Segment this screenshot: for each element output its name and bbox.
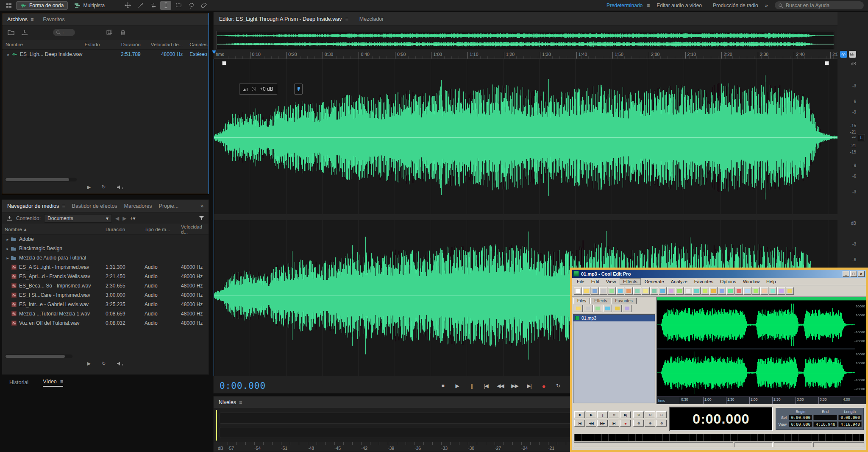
file-play-mini-icon[interactable] [603, 305, 612, 312]
preview-loop-icon[interactable]: ↻ [102, 361, 106, 366]
time-selection-tool[interactable] [160, 1, 171, 10]
ce-record-button[interactable]: ● [620, 420, 631, 427]
col-duracion[interactable]: Duración [108, 42, 147, 47]
toolbar-icon[interactable] [667, 287, 675, 295]
skip-to-start-button[interactable]: |◀ [481, 381, 491, 391]
cut-icon[interactable] [599, 287, 607, 295]
paste-icon[interactable] [616, 287, 624, 295]
file-sort-mini-icon[interactable] [613, 305, 622, 312]
menu-view[interactable]: View [603, 279, 619, 285]
skip-to-end-button[interactable]: ▶| [524, 381, 534, 391]
col-nombre[interactable]: Nombre [2, 42, 85, 47]
view-end-field[interactable]: 4:16.940 [813, 421, 837, 427]
close-button[interactable]: × [858, 271, 865, 277]
toolbar-icon[interactable] [743, 287, 751, 295]
ce-stop-button[interactable]: ■ [574, 411, 585, 418]
tabs-overflow-icon[interactable]: » [200, 203, 203, 209]
ce-play-looped-button[interactable]: ∞ [609, 411, 619, 418]
tab-archivos[interactable]: Archivos ≡ [7, 17, 33, 22]
stop-button[interactable]: ■ [437, 381, 448, 391]
paintbrush-selection-tool[interactable] [198, 1, 209, 10]
menu-options[interactable]: Options [717, 279, 739, 285]
filter-funnel-icon[interactable] [199, 216, 204, 221]
menu-favorites[interactable]: Favorites [691, 279, 716, 285]
toolbar-icon[interactable] [718, 287, 726, 295]
help-search-input[interactable] [786, 3, 854, 8]
ce-zoom-left-button[interactable]: ⊕ [645, 420, 655, 427]
tab-favorites[interactable]: Favorites [612, 298, 637, 304]
cooledit-level-meter[interactable] [574, 434, 864, 441]
tab-niveles[interactable]: Niveles ≡ [219, 399, 242, 405]
toolbar-icon[interactable] [693, 287, 701, 295]
tab-marcadores[interactable]: Marcadores [124, 203, 152, 209]
editor-time-display[interactable]: 0:00.000 [220, 381, 266, 391]
col-nombre[interactable]: Nombre ▲ [2, 227, 106, 232]
toolbar-icon[interactable] [633, 287, 641, 295]
toolbar-icon[interactable] [752, 287, 760, 295]
add-shortcut-icon[interactable]: +▾ [130, 215, 136, 221]
preview-play-icon[interactable]: ▶ [87, 184, 91, 190]
folder-row[interactable]: ▸ Adobe [2, 234, 209, 244]
tab-favoritos[interactable]: Favoritos [43, 17, 64, 22]
toolbar-icon[interactable] [676, 287, 684, 295]
playhead-line[interactable] [214, 59, 214, 376]
panel-menu-icon[interactable]: ≡ [239, 399, 242, 405]
marquee-selection-tool[interactable] [173, 1, 184, 10]
toolbar-icon[interactable] [642, 287, 650, 295]
file-close-mini-icon[interactable] [584, 305, 593, 312]
cooledit-file-list[interactable]: 01.mp3 [573, 314, 655, 403]
record-button[interactable]: ● [538, 381, 549, 391]
spectral-display-toggle-icon[interactable] [849, 51, 856, 58]
maximize-button[interactable]: □ [850, 271, 857, 277]
tab-editor[interactable]: Editor: ES_Light Through A Prism - Deep … [219, 16, 348, 22]
trash-icon[interactable] [118, 29, 128, 36]
hud-gain-value[interactable]: +0 dB [260, 86, 273, 92]
sel-end-field[interactable] [813, 415, 837, 420]
rewind-button[interactable]: ◀◀ [495, 381, 506, 391]
new-file-icon[interactable] [574, 287, 582, 295]
preview-loop-icon[interactable]: ↻ [102, 184, 106, 190]
toolbar-icon[interactable] [709, 287, 718, 295]
ce-rewind-button[interactable]: ◀◀ [586, 420, 596, 427]
open-file-icon[interactable] [582, 287, 590, 295]
menu-file[interactable]: File [574, 279, 587, 285]
content-dropdown[interactable]: Documents ▾ [44, 214, 112, 223]
gain-hud[interactable]: +0 dB [239, 84, 277, 95]
ce-zoom-right-button[interactable]: ⊖ [656, 420, 667, 427]
ce-play-button[interactable]: ▶ [586, 411, 596, 418]
fade-in-handle[interactable] [222, 61, 226, 65]
preview-speaker-icon[interactable] [117, 361, 123, 366]
expand-caret-icon[interactable]: ▸ [6, 52, 11, 57]
tab-historial[interactable]: Historial [9, 379, 28, 385]
toolbar-icon[interactable] [769, 287, 777, 295]
file-insert-mini-icon[interactable] [593, 305, 602, 312]
move-tool[interactable] [122, 1, 133, 10]
tab-effects[interactable]: Effects [590, 298, 611, 304]
col-tipo[interactable]: Tipo de m... [145, 227, 181, 232]
tab-video[interactable]: Vídeo ≡ [43, 379, 63, 387]
lasso-selection-tool[interactable] [186, 1, 197, 10]
waveform-display-toggle-icon[interactable] [840, 51, 847, 58]
play-button[interactable]: ▶ [452, 381, 462, 391]
folder-row[interactable]: ▸ Blackmagic Design [2, 244, 209, 253]
files-hscrollbar[interactable] [5, 178, 77, 181]
col-velocidad[interactable]: Velocidad d... [181, 224, 208, 234]
workspace-overflow-icon[interactable]: » [765, 2, 768, 8]
nav-back-icon[interactable]: ◀ [115, 215, 119, 221]
app-home-icon[interactable] [4, 2, 14, 9]
tab-files[interactable]: Files [573, 298, 590, 304]
media-file-row[interactable]: ES_Apri...d - Francis Wells.wav 2:21.450… [2, 272, 209, 281]
media-file-row[interactable]: Mezcla ...Tutorial Mezcla 1.wav 0:08.659… [2, 309, 209, 318]
ce-zoom-full-button[interactable]: □ [656, 411, 667, 418]
toolbar-icon[interactable] [735, 287, 743, 295]
toolbar-icon[interactable] [726, 287, 734, 295]
media-file-row[interactable]: ES_Beca... So - Imprismed.wav 2:30.655 A… [2, 281, 209, 290]
workspace-menu-icon[interactable]: ≡ [647, 3, 650, 8]
menu-generate[interactable]: Generate [642, 279, 667, 285]
toolbar-icon[interactable] [650, 287, 658, 295]
toolbar-icon[interactable] [777, 287, 785, 295]
menu-window[interactable]: Window [740, 279, 762, 285]
files-search-pill[interactable]: · [53, 29, 75, 36]
open-file-icon[interactable] [6, 29, 16, 36]
cooledit-pro-window[interactable]: 01.mp3 - Cool Edit Pro _ □ × File Edit V… [570, 268, 868, 452]
